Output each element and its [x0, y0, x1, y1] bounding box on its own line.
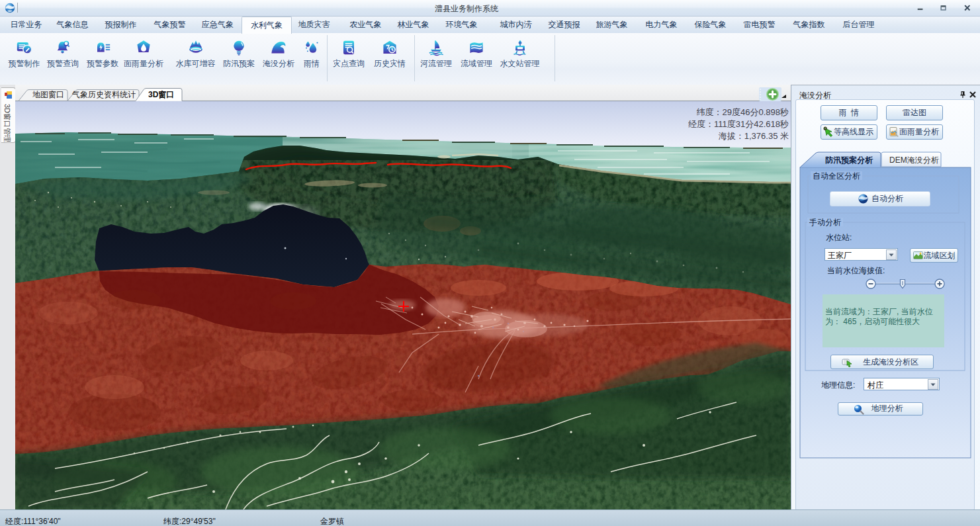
svg-text:地图窗口: 地图窗口 [32, 90, 64, 99]
svg-text:DEM淹没分析: DEM淹没分析 [889, 155, 939, 165]
svg-text:防汛预案分析: 防汛预案分析 [825, 155, 873, 165]
svg-text:手动分析: 手动分析 [809, 218, 841, 227]
svg-text:3D窗口: 3D窗口 [148, 90, 174, 99]
svg-text:海拔：1,376.35 米: 海拔：1,376.35 米 [719, 131, 789, 141]
svg-text:气象历史资料统计: 气象历史资料统计 [71, 90, 136, 99]
svg-text:经度：111度31分42.618秒: 经度：111度31分42.618秒 [688, 119, 789, 129]
svg-text:自动全区分析: 自动全区分析 [813, 171, 860, 181]
svg-text:纬度：29度46分0.898秒: 纬度：29度46分0.898秒 [697, 107, 789, 117]
